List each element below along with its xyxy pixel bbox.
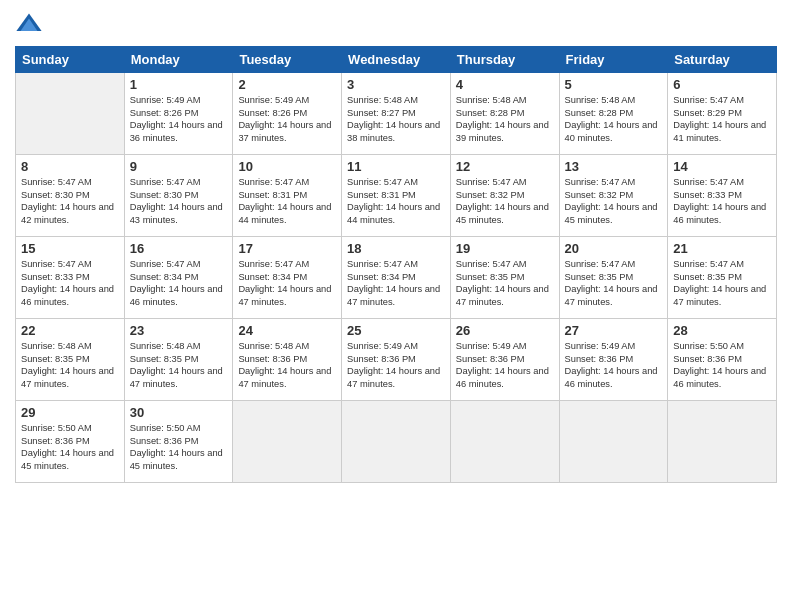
day-info: Sunrise: 5:47 AMSunset: 8:30 PMDaylight:… — [130, 176, 228, 226]
day-info: Sunrise: 5:47 AMSunset: 8:34 PMDaylight:… — [130, 258, 228, 308]
day-cell-10: 10 Sunrise: 5:47 AMSunset: 8:31 PMDaylig… — [233, 155, 342, 237]
day-number: 5 — [565, 77, 663, 92]
day-info: Sunrise: 5:48 AMSunset: 8:28 PMDaylight:… — [565, 94, 663, 144]
calendar-header: SundayMondayTuesdayWednesdayThursdayFrid… — [16, 47, 777, 73]
header-cell-saturday: Saturday — [668, 47, 777, 73]
day-number: 1 — [130, 77, 228, 92]
header-cell-sunday: Sunday — [16, 47, 125, 73]
day-info: Sunrise: 5:48 AMSunset: 8:35 PMDaylight:… — [21, 340, 119, 390]
day-info: Sunrise: 5:49 AMSunset: 8:26 PMDaylight:… — [238, 94, 336, 144]
day-info: Sunrise: 5:48 AMSunset: 8:27 PMDaylight:… — [347, 94, 445, 144]
day-number: 28 — [673, 323, 771, 338]
day-info: Sunrise: 5:47 AMSunset: 8:31 PMDaylight:… — [347, 176, 445, 226]
header-cell-tuesday: Tuesday — [233, 47, 342, 73]
week-row-0: 1 Sunrise: 5:49 AMSunset: 8:26 PMDayligh… — [16, 73, 777, 155]
calendar-table: SundayMondayTuesdayWednesdayThursdayFrid… — [15, 46, 777, 483]
day-cell-6: 6 Sunrise: 5:47 AMSunset: 8:29 PMDayligh… — [668, 73, 777, 155]
day-cell-29: 29 Sunrise: 5:50 AMSunset: 8:36 PMDaylig… — [16, 401, 125, 483]
day-number: 22 — [21, 323, 119, 338]
day-cell-13: 13 Sunrise: 5:47 AMSunset: 8:32 PMDaylig… — [559, 155, 668, 237]
day-cell-24: 24 Sunrise: 5:48 AMSunset: 8:36 PMDaylig… — [233, 319, 342, 401]
day-cell-18: 18 Sunrise: 5:47 AMSunset: 8:34 PMDaylig… — [342, 237, 451, 319]
day-info: Sunrise: 5:47 AMSunset: 8:35 PMDaylight:… — [565, 258, 663, 308]
day-cell-22: 22 Sunrise: 5:48 AMSunset: 8:35 PMDaylig… — [16, 319, 125, 401]
day-info: Sunrise: 5:49 AMSunset: 8:36 PMDaylight:… — [456, 340, 554, 390]
day-cell-4: 4 Sunrise: 5:48 AMSunset: 8:28 PMDayligh… — [450, 73, 559, 155]
day-number: 17 — [238, 241, 336, 256]
day-info: Sunrise: 5:47 AMSunset: 8:35 PMDaylight:… — [456, 258, 554, 308]
day-number: 11 — [347, 159, 445, 174]
empty-cell — [233, 401, 342, 483]
day-cell-9: 9 Sunrise: 5:47 AMSunset: 8:30 PMDayligh… — [124, 155, 233, 237]
week-row-1: 8 Sunrise: 5:47 AMSunset: 8:30 PMDayligh… — [16, 155, 777, 237]
day-number: 16 — [130, 241, 228, 256]
day-number: 21 — [673, 241, 771, 256]
calendar-body: 1 Sunrise: 5:49 AMSunset: 8:26 PMDayligh… — [16, 73, 777, 483]
day-cell-21: 21 Sunrise: 5:47 AMSunset: 8:35 PMDaylig… — [668, 237, 777, 319]
header-row: SundayMondayTuesdayWednesdayThursdayFrid… — [16, 47, 777, 73]
day-number: 19 — [456, 241, 554, 256]
day-number: 2 — [238, 77, 336, 92]
day-info: Sunrise: 5:49 AMSunset: 8:36 PMDaylight:… — [347, 340, 445, 390]
day-info: Sunrise: 5:47 AMSunset: 8:34 PMDaylight:… — [238, 258, 336, 308]
header-cell-monday: Monday — [124, 47, 233, 73]
day-cell-1: 1 Sunrise: 5:49 AMSunset: 8:26 PMDayligh… — [124, 73, 233, 155]
empty-cell — [342, 401, 451, 483]
day-number: 14 — [673, 159, 771, 174]
day-info: Sunrise: 5:47 AMSunset: 8:34 PMDaylight:… — [347, 258, 445, 308]
day-info: Sunrise: 5:49 AMSunset: 8:26 PMDaylight:… — [130, 94, 228, 144]
day-info: Sunrise: 5:48 AMSunset: 8:36 PMDaylight:… — [238, 340, 336, 390]
empty-cell — [16, 73, 125, 155]
empty-cell — [559, 401, 668, 483]
day-cell-19: 19 Sunrise: 5:47 AMSunset: 8:35 PMDaylig… — [450, 237, 559, 319]
day-info: Sunrise: 5:48 AMSunset: 8:28 PMDaylight:… — [456, 94, 554, 144]
week-row-4: 29 Sunrise: 5:50 AMSunset: 8:36 PMDaylig… — [16, 401, 777, 483]
logo-icon — [15, 10, 43, 38]
day-info: Sunrise: 5:49 AMSunset: 8:36 PMDaylight:… — [565, 340, 663, 390]
day-cell-28: 28 Sunrise: 5:50 AMSunset: 8:36 PMDaylig… — [668, 319, 777, 401]
day-cell-16: 16 Sunrise: 5:47 AMSunset: 8:34 PMDaylig… — [124, 237, 233, 319]
day-number: 12 — [456, 159, 554, 174]
day-cell-8: 8 Sunrise: 5:47 AMSunset: 8:30 PMDayligh… — [16, 155, 125, 237]
day-cell-14: 14 Sunrise: 5:47 AMSunset: 8:33 PMDaylig… — [668, 155, 777, 237]
day-number: 10 — [238, 159, 336, 174]
day-info: Sunrise: 5:47 AMSunset: 8:33 PMDaylight:… — [21, 258, 119, 308]
day-number: 15 — [21, 241, 119, 256]
day-info: Sunrise: 5:47 AMSunset: 8:31 PMDaylight:… — [238, 176, 336, 226]
day-cell-23: 23 Sunrise: 5:48 AMSunset: 8:35 PMDaylig… — [124, 319, 233, 401]
day-cell-17: 17 Sunrise: 5:47 AMSunset: 8:34 PMDaylig… — [233, 237, 342, 319]
header-cell-wednesday: Wednesday — [342, 47, 451, 73]
day-number: 29 — [21, 405, 119, 420]
empty-cell — [668, 401, 777, 483]
day-number: 20 — [565, 241, 663, 256]
header — [15, 10, 777, 38]
day-info: Sunrise: 5:47 AMSunset: 8:32 PMDaylight:… — [456, 176, 554, 226]
day-info: Sunrise: 5:50 AMSunset: 8:36 PMDaylight:… — [21, 422, 119, 472]
day-number: 26 — [456, 323, 554, 338]
day-number: 25 — [347, 323, 445, 338]
day-cell-26: 26 Sunrise: 5:49 AMSunset: 8:36 PMDaylig… — [450, 319, 559, 401]
day-info: Sunrise: 5:50 AMSunset: 8:36 PMDaylight:… — [673, 340, 771, 390]
day-number: 24 — [238, 323, 336, 338]
day-number: 8 — [21, 159, 119, 174]
header-cell-friday: Friday — [559, 47, 668, 73]
week-row-3: 22 Sunrise: 5:48 AMSunset: 8:35 PMDaylig… — [16, 319, 777, 401]
day-cell-27: 27 Sunrise: 5:49 AMSunset: 8:36 PMDaylig… — [559, 319, 668, 401]
day-info: Sunrise: 5:47 AMSunset: 8:33 PMDaylight:… — [673, 176, 771, 226]
day-info: Sunrise: 5:47 AMSunset: 8:30 PMDaylight:… — [21, 176, 119, 226]
day-number: 18 — [347, 241, 445, 256]
day-cell-15: 15 Sunrise: 5:47 AMSunset: 8:33 PMDaylig… — [16, 237, 125, 319]
day-cell-25: 25 Sunrise: 5:49 AMSunset: 8:36 PMDaylig… — [342, 319, 451, 401]
day-cell-12: 12 Sunrise: 5:47 AMSunset: 8:32 PMDaylig… — [450, 155, 559, 237]
day-cell-2: 2 Sunrise: 5:49 AMSunset: 8:26 PMDayligh… — [233, 73, 342, 155]
day-number: 23 — [130, 323, 228, 338]
week-row-2: 15 Sunrise: 5:47 AMSunset: 8:33 PMDaylig… — [16, 237, 777, 319]
day-number: 9 — [130, 159, 228, 174]
day-info: Sunrise: 5:50 AMSunset: 8:36 PMDaylight:… — [130, 422, 228, 472]
day-info: Sunrise: 5:48 AMSunset: 8:35 PMDaylight:… — [130, 340, 228, 390]
page: SundayMondayTuesdayWednesdayThursdayFrid… — [0, 0, 792, 612]
header-cell-thursday: Thursday — [450, 47, 559, 73]
day-cell-11: 11 Sunrise: 5:47 AMSunset: 8:31 PMDaylig… — [342, 155, 451, 237]
day-number: 27 — [565, 323, 663, 338]
empty-cell — [450, 401, 559, 483]
